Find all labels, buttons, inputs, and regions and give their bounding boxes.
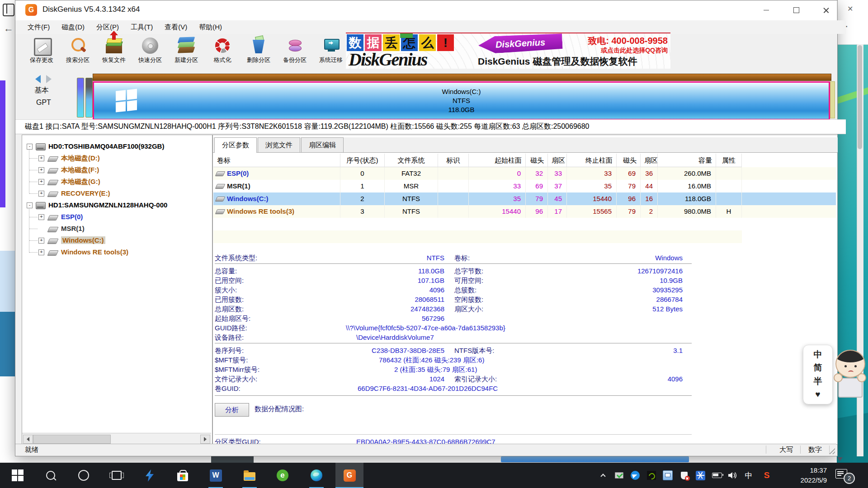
tray-battery[interactable] [710, 463, 724, 488]
tray-ime[interactable]: 中 [742, 463, 755, 488]
taskbar-app-edge[interactable] [302, 463, 330, 488]
tray-chevron-button[interactable] [597, 463, 609, 488]
taskbar-app-store[interactable] [169, 463, 197, 488]
search-partition-button[interactable]: 搜索分区 [60, 35, 96, 69]
window-title: DiskGenius V5.4.3.1342 x64 [42, 5, 140, 14]
table-row-msr[interactable]: MSR(1) 1 MSR 33 69 37 35 79 44 16.0MB [213, 180, 836, 192]
heart-icon[interactable]: ♥ [815, 389, 820, 399]
advert-banner[interactable]: 数 据 丢 怎 么 ! DiskGenius 致电: 400-008-9958 … [346, 33, 670, 69]
menu-tools[interactable]: 工具(T) [128, 22, 156, 33]
table-row-windows-c-selected[interactable]: Windows(C:) 2 NTFS 35 79 45 15440 96 16 … [213, 192, 836, 205]
snowflake-icon [696, 471, 705, 480]
expand-icon[interactable]: + [38, 249, 44, 255]
back-arrow-icon[interactable]: ← [4, 23, 14, 34]
tab-partition-params[interactable]: 分区参数 [214, 137, 257, 153]
msr-partition-bar[interactable] [85, 78, 93, 117]
recover-files-button[interactable]: 恢复文件 [96, 35, 132, 69]
windows-c-partition-bar[interactable]: Windows(C:) NTFS 118.0GB [93, 81, 830, 120]
banner-subtitle: DiskGenius 磁盘管理及数据恢复软件 [478, 55, 637, 68]
taskbar-app-lightning[interactable] [136, 463, 164, 488]
tray-volume[interactable] [726, 463, 740, 488]
caps-indicator: 大写 [772, 446, 800, 454]
taskbar-app-browser[interactable]: e [269, 463, 297, 488]
analyze-button[interactable]: 分析 [215, 403, 249, 417]
scrollbar-thumb[interactable] [33, 435, 111, 444]
collapse-icon[interactable]: - [27, 144, 33, 150]
taskbar-search-button[interactable] [37, 463, 65, 488]
taskbar-clock[interactable]: 18:37 2022/5/9 [783, 465, 827, 485]
volume-details: 文件系统类型:NTFS卷标:Windows 总容量:118.0GB总字节数:12… [215, 251, 836, 444]
tab-sector-edit[interactable]: 扇区编辑 [301, 137, 344, 152]
delete-partition-button[interactable]: 删除分区 [241, 35, 277, 69]
tree-item-local-d[interactable]: + 本地磁盘(D:) [22, 152, 212, 164]
tray-sogou[interactable]: S [760, 463, 774, 488]
taskbar-app-explorer[interactable] [236, 463, 264, 488]
tree-item-local-f[interactable]: + 本地磁盘(F:) [22, 164, 212, 176]
menu-file[interactable]: 文件(F) [25, 22, 52, 33]
ime-float-widget[interactable]: 中 简 半 ♥ [803, 345, 833, 404]
tree-item-esp[interactable]: + ESP(0) [22, 211, 212, 223]
disk-icon [36, 143, 46, 150]
ime-mode-simplified[interactable]: 简 [814, 363, 822, 373]
partition-name: Windows(C:) [442, 87, 481, 96]
esp-partition-bar[interactable] [77, 78, 84, 117]
format-button[interactable]: 格式化 [204, 35, 241, 69]
scroll-right-icon[interactable] [200, 435, 210, 444]
expand-icon[interactable]: + [38, 214, 44, 220]
minimize-button[interactable] [752, 0, 780, 20]
ime-indicator: 中 [745, 470, 753, 481]
start-button[interactable] [4, 463, 32, 488]
table-row-windows-re[interactable]: Windows RE tools(3) 3 NTFS 15440 96 17 1… [213, 205, 836, 218]
ime-mode-cn[interactable]: 中 [814, 350, 822, 360]
tree-item-hd1[interactable]: - HD1:SAMSUNGMZNLN128HAHQ-000 [22, 199, 212, 211]
edge-icon [311, 469, 322, 481]
menu-help[interactable]: 帮助(H) [196, 22, 225, 33]
tree-item-windows-c[interactable]: + Windows(C:) [22, 235, 212, 246]
ime-mode-halfwidth[interactable]: 半 [814, 376, 822, 386]
tray-security[interactable] [677, 463, 691, 488]
collapse-icon[interactable]: - [27, 202, 33, 208]
tree-item-local-g[interactable]: + 本地磁盘(G:) [22, 176, 212, 188]
word-icon: W [210, 469, 222, 482]
system-migrate-button[interactable]: 系统迁移 [313, 35, 349, 69]
menu-disk[interactable]: 磁盘(D) [59, 22, 87, 33]
migrate-icon [321, 36, 340, 55]
tray-printer[interactable] [612, 463, 626, 488]
tree-horizontal-scrollbar[interactable] [22, 433, 211, 444]
backup-partition-button[interactable]: 备份分区 [277, 35, 313, 69]
close-button[interactable] [812, 0, 840, 20]
scroll-left-icon[interactable] [23, 435, 33, 444]
menu-view[interactable]: 查看(V) [162, 22, 190, 33]
expand-icon[interactable]: + [38, 238, 44, 244]
diskgenius-icon: G [344, 469, 356, 482]
expand-icon[interactable]: + [38, 167, 44, 173]
tray-nvidia[interactable] [645, 463, 658, 488]
tray-messenger[interactable] [628, 463, 642, 488]
maximize-button[interactable] [782, 0, 810, 20]
background-close-icon[interactable]: ✕ [847, 5, 853, 13]
tab-browse-files[interactable]: 浏览文件 [258, 137, 300, 152]
tree-item-recovery-e[interactable]: + RECOVERY(E:) [22, 188, 212, 199]
banner-qq-link[interactable]: 或点击此处选择QQ咨询 [601, 47, 668, 55]
taskbar-app-diskgenius[interactable]: G [335, 463, 363, 488]
tree-item-hd0[interactable]: - HD0:TOSHIBAMQ04ABF100(932GB) [22, 141, 212, 152]
expand-icon[interactable]: + [38, 191, 44, 197]
new-partition-button[interactable]: 新建分区 [168, 35, 204, 69]
tray-graphics[interactable] [661, 463, 675, 488]
save-changes-button[interactable]: 保存更改 [24, 35, 60, 69]
background-scrollbar-thumb[interactable] [858, 45, 862, 149]
taskbar-app-word[interactable]: W [202, 463, 230, 488]
tree-item-windows-re[interactable]: + Windows RE tools(3) [22, 246, 212, 258]
quick-partition-button[interactable]: 快速分区 [132, 35, 168, 69]
tray-snowflake[interactable] [693, 463, 707, 488]
table-row-esp[interactable]: ESP(0) 0 FAT32 0 32 33 33 69 36 260.0MB [213, 167, 836, 180]
banner-deco [400, 33, 413, 38]
expand-icon[interactable]: + [38, 179, 44, 185]
task-view-button[interactable] [103, 463, 131, 488]
expand-icon[interactable]: + [38, 155, 44, 161]
cortana-button[interactable] [70, 463, 98, 488]
tree-item-msr[interactable]: MSR(1) [22, 223, 212, 235]
empty-row-stripe [213, 230, 742, 243]
prev-disk-icon[interactable] [35, 75, 41, 83]
next-disk-icon[interactable] [46, 75, 52, 83]
